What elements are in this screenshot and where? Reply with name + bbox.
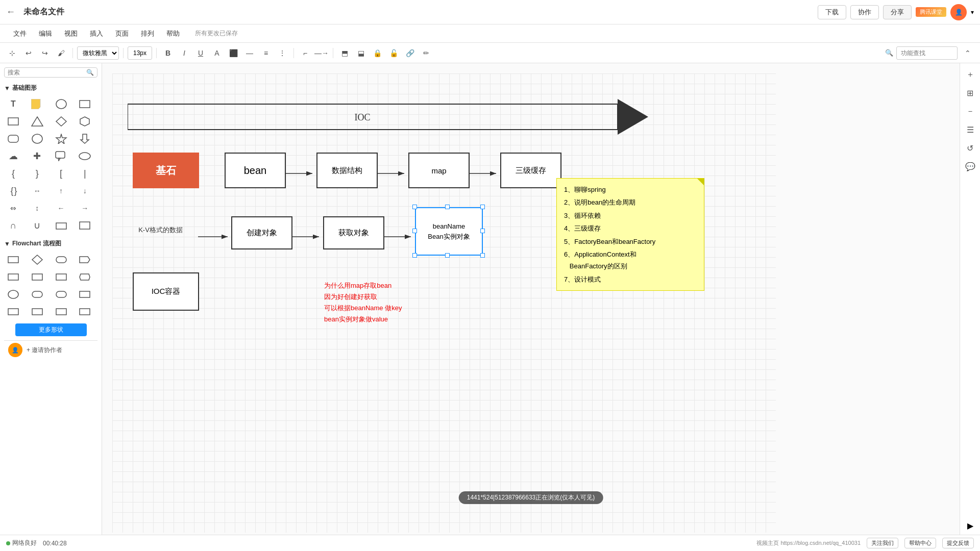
align-btn[interactable]: ≡ xyxy=(259,46,273,60)
box-ioc-container[interactable]: IOC容器 xyxy=(133,272,199,311)
menu-insert[interactable]: 插入 xyxy=(85,27,108,40)
more-format-btn[interactable]: ⋮ xyxy=(275,46,289,60)
fc-stadium2[interactable] xyxy=(52,287,70,302)
undo-btn[interactable]: ↩ xyxy=(21,46,36,60)
shape-triangle[interactable] xyxy=(28,114,46,129)
play-btn[interactable]: ▶ xyxy=(967,521,973,531)
format-paint-btn[interactable]: 🖌 xyxy=(54,46,68,60)
box-sanjicun[interactable]: 三级缓存 xyxy=(500,153,561,188)
shape-note[interactable] xyxy=(28,96,46,112)
shape-text[interactable]: T xyxy=(4,96,22,112)
pointer-tool[interactable]: ⊹ xyxy=(5,46,19,60)
download-btn[interactable]: 下载 xyxy=(818,5,846,19)
shape-circle[interactable] xyxy=(52,96,70,112)
bring-front-btn[interactable]: ⬒ xyxy=(337,46,352,60)
box-shuju[interactable]: 数据结构 xyxy=(316,153,378,188)
share-btn[interactable]: 分享 xyxy=(883,5,912,19)
box-bean[interactable]: bean xyxy=(225,153,286,188)
shape-arch2[interactable]: ∪ xyxy=(28,218,46,233)
fc-s1[interactable] xyxy=(4,304,22,319)
redo-btn[interactable]: ↪ xyxy=(38,46,52,60)
zoom-out-btn[interactable]: － xyxy=(963,104,977,118)
fc-s4[interactable] xyxy=(76,304,94,319)
link-btn[interactable]: 🔗 xyxy=(403,46,417,60)
font-select[interactable]: 微软雅黑 xyxy=(77,46,119,60)
box-map[interactable]: map xyxy=(408,153,470,188)
fc-round-rect[interactable] xyxy=(52,252,70,267)
shape-arrow-lr[interactable]: ↔ xyxy=(28,183,46,198)
invite-collab-label[interactable]: + 邀请协作者 xyxy=(27,346,62,355)
handle-tm[interactable] xyxy=(445,205,450,209)
font-color-btn[interactable]: A xyxy=(210,46,224,60)
collapse-btn[interactable]: ⌃ xyxy=(961,46,975,60)
unlock-btn[interactable]: 🔓 xyxy=(386,46,401,60)
fc-stadium[interactable] xyxy=(28,287,46,302)
shape-star[interactable] xyxy=(52,131,70,146)
section-basic-shapes[interactable]: ▼ 基础图形 xyxy=(4,82,97,94)
shape-rect3[interactable] xyxy=(52,218,70,233)
fc-rect5[interactable] xyxy=(76,287,94,302)
shape-cloud[interactable]: ☁ xyxy=(4,148,22,164)
handle-tr[interactable] xyxy=(480,205,485,209)
handle-bm[interactable] xyxy=(445,253,450,258)
menu-help[interactable]: 帮助 xyxy=(161,27,185,40)
shape-lbrace[interactable]: { xyxy=(4,166,22,181)
fc-s3[interactable] xyxy=(52,304,70,319)
menu-arrange[interactable]: 排列 xyxy=(136,27,159,40)
shape-oval[interactable] xyxy=(76,148,94,164)
line-color-btn[interactable]: — xyxy=(242,46,257,60)
fc-rect3[interactable] xyxy=(28,269,46,285)
collab-btn[interactable]: 协作 xyxy=(850,5,879,19)
menu-edit[interactable]: 编辑 xyxy=(34,27,57,40)
lock-btn[interactable]: 🔒 xyxy=(370,46,384,60)
fill-color-btn[interactable]: ⬛ xyxy=(226,46,240,60)
section-flowchart[interactable]: ▼ Flowchart 流程图 xyxy=(4,237,97,250)
canvas-area[interactable]: IOC 基石 bean 数据结构 xyxy=(102,63,960,535)
handle-br[interactable] xyxy=(480,253,485,258)
follow-btn[interactable]: 关注我们 xyxy=(867,538,898,548)
shape-diamond[interactable] xyxy=(52,114,70,129)
send-back-btn[interactable]: ⬓ xyxy=(354,46,368,60)
shape-pipe[interactable]: | xyxy=(76,166,94,181)
box-huoqu[interactable]: 获取对象 xyxy=(323,216,384,249)
canvas[interactable]: IOC 基石 bean 数据结构 xyxy=(112,73,776,533)
comment-btn[interactable]: 💬 xyxy=(963,159,977,173)
shape-hexagon[interactable] xyxy=(76,114,94,129)
italic-btn[interactable]: I xyxy=(177,46,191,60)
fc-rect[interactable] xyxy=(4,252,22,267)
handle-ml[interactable] xyxy=(412,229,417,233)
zoom-in-btn[interactable]: ＋ xyxy=(963,67,977,82)
shape-rect4[interactable] xyxy=(76,218,94,233)
shape-rounded-rect[interactable] xyxy=(4,131,22,146)
box-chuangjian[interactable]: 创建对象 xyxy=(231,216,292,249)
underline-btn[interactable]: U xyxy=(193,46,208,60)
shape-bracket[interactable]: [ xyxy=(52,166,70,181)
more-shapes-btn[interactable]: 更多形状 xyxy=(15,323,87,336)
fit-page-btn[interactable]: ⊞ xyxy=(963,86,977,100)
fc-arrow-shape[interactable] xyxy=(76,252,94,267)
shape-rect2[interactable] xyxy=(4,114,22,129)
back-btn[interactable]: ← xyxy=(6,7,15,17)
fc-ellipse[interactable] xyxy=(4,287,22,302)
layers-btn[interactable]: ☰ xyxy=(963,122,977,137)
fc-shape5[interactable] xyxy=(76,269,94,285)
blog-link[interactable]: 视频主页 https://blog.csdn.net/qq_410031 xyxy=(756,539,861,547)
bold-btn[interactable]: B xyxy=(161,46,175,60)
handle-tl[interactable] xyxy=(412,205,417,209)
fc-rect4[interactable] xyxy=(52,269,70,285)
waypoint-btn[interactable]: ⌐ xyxy=(298,46,312,60)
sidebar-search-input[interactable] xyxy=(8,69,86,76)
shape-rbrace[interactable]: } xyxy=(28,166,46,181)
shape-cross[interactable]: ✚ xyxy=(28,148,46,164)
shape-arrow-down[interactable] xyxy=(76,131,94,146)
history-btn[interactable]: ↺ xyxy=(963,141,977,155)
shape-arrow-l[interactable]: ← xyxy=(52,201,70,216)
dropdown-arrow[interactable]: ▾ xyxy=(971,9,974,16)
shape-callout[interactable] xyxy=(52,148,70,164)
fc-diamond[interactable] xyxy=(28,252,46,267)
shape-arrow-r[interactable]: → xyxy=(76,201,94,216)
font-size-input[interactable] xyxy=(128,46,152,60)
shape-arrow-ud[interactable]: ↕ xyxy=(28,201,46,216)
box-jiishi[interactable]: 基石 xyxy=(133,153,199,188)
feedback-btn[interactable]: 提交反馈 xyxy=(942,538,974,548)
